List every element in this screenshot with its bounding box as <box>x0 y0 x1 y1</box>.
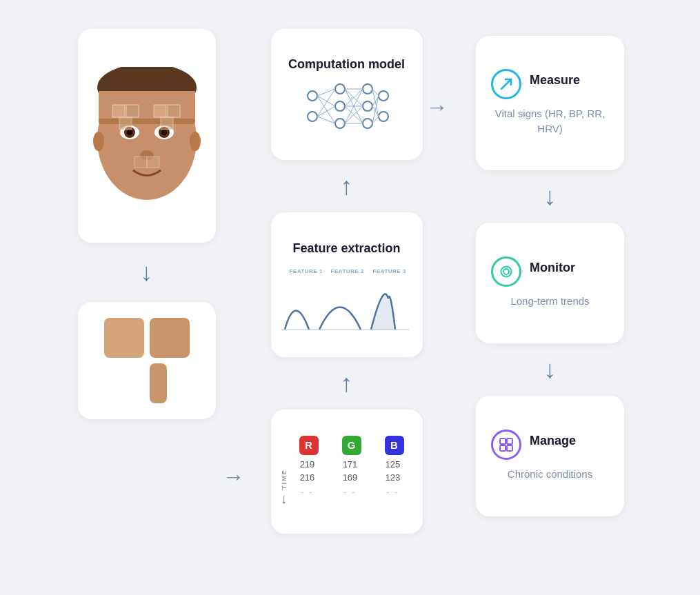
svg-point-27 <box>363 101 372 111</box>
svg-point-29 <box>379 91 388 101</box>
g-header: G <box>336 436 368 455</box>
face-illustration <box>92 67 202 205</box>
svg-point-28 <box>363 119 372 128</box>
svg-rect-13 <box>112 105 125 117</box>
arrow-col-1: → <box>223 29 268 567</box>
monitor-title: Monitor <box>530 261 575 275</box>
feature-2-label: FEATURE 2 <box>331 268 364 274</box>
pixel-block-2 <box>150 318 190 358</box>
g-val-2: 169 <box>334 472 366 483</box>
time-arrow-down: ↓ <box>281 491 288 507</box>
right-column: Measure Vital signs (HR, BP, RR, HRV) ↓ … <box>471 29 630 516</box>
right-arrow-bottom-left: → <box>223 464 268 490</box>
time-label: TIME <box>281 455 288 490</box>
svg-point-24 <box>335 101 345 111</box>
feature-3-label: FEATURE 3 <box>373 268 406 274</box>
feature-extraction-card: Feature extraction FEATURE 1 FEATURE 2 F… <box>271 212 423 357</box>
svg-rect-56 <box>507 438 512 444</box>
monitor-card: Monitor Long-term trends <box>476 223 624 343</box>
svg-rect-20 <box>147 157 159 168</box>
svg-point-30 <box>379 112 388 121</box>
pixel-block-1 <box>104 318 144 358</box>
rgb-row-2: 216 169 123 <box>292 472 410 483</box>
measure-header-row: Measure <box>491 69 609 99</box>
svg-rect-58 <box>507 445 512 451</box>
manage-icon-svg <box>499 437 514 452</box>
svg-point-11 <box>93 132 104 151</box>
g-dots: - - <box>334 487 366 497</box>
g-badge: G <box>342 436 361 455</box>
computation-model-card: Computation model <box>271 29 423 160</box>
svg-line-31 <box>317 89 335 96</box>
svg-line-32 <box>317 96 335 106</box>
svg-point-6 <box>127 130 132 135</box>
b-val-1: 125 <box>377 459 409 470</box>
svg-rect-17 <box>119 117 132 130</box>
svg-point-21 <box>308 91 317 101</box>
manage-title: Manage <box>530 434 576 448</box>
measure-icon-svg <box>499 77 514 92</box>
measure-icon-circle <box>491 69 521 99</box>
pixel-blocks-grid <box>104 318 190 403</box>
svg-point-23 <box>335 84 345 94</box>
monitor-header-row: Monitor <box>491 256 609 287</box>
rgb-headers: R G B <box>293 436 410 455</box>
main-diagram: ↓ → Computation model <box>16 15 685 581</box>
svg-line-48 <box>372 96 379 123</box>
rgb-table-inner: TIME ↓ R G B <box>281 436 410 507</box>
manage-header-row: Manage <box>491 430 609 460</box>
feature-extraction-title: Feature extraction <box>292 241 400 256</box>
manage-card: Manage Chronic conditions <box>476 396 624 516</box>
svg-line-34 <box>317 89 335 117</box>
svg-line-36 <box>317 117 335 123</box>
monitor-icon-circle <box>491 256 521 287</box>
pixel-block-3 <box>150 363 167 403</box>
down-arrow-right-1: ↓ <box>544 184 557 209</box>
rgb-dots-row: - - - - - - <box>292 487 410 497</box>
svg-point-12 <box>190 132 201 151</box>
svg-point-22 <box>308 112 317 121</box>
svg-rect-18 <box>161 117 173 130</box>
down-arrow-right-2: ↓ <box>544 357 557 382</box>
rgb-data-table: R G B 219 171 125 <box>292 436 410 497</box>
svg-point-25 <box>335 119 345 128</box>
time-axis: TIME ↓ <box>281 455 288 507</box>
face-card <box>78 29 216 243</box>
feature-chart: FEATURE 1 FEATURE 2 FEATURE 3 <box>281 268 412 330</box>
r-val-1: 219 <box>292 459 323 470</box>
measure-card: Measure Vital signs (HR, BP, RR, HRV) <box>476 36 624 170</box>
b-dots: - - <box>377 487 409 497</box>
svg-line-33 <box>317 96 335 123</box>
r-badge: R <box>299 436 319 455</box>
face-svg <box>92 67 202 205</box>
b-val-2: 123 <box>377 472 409 483</box>
b-badge: B <box>385 436 404 455</box>
manage-icon-circle <box>491 430 521 460</box>
svg-rect-14 <box>126 105 139 117</box>
pixel-block-card <box>78 302 216 419</box>
measure-subtitle: Vital signs (HR, BP, RR, HRV) <box>491 106 609 137</box>
computation-model-title: Computation model <box>288 57 405 72</box>
mid-column: Computation model <box>268 29 426 534</box>
up-arrow-mid-bottom: ↑ <box>341 371 353 396</box>
g-val-1: 171 <box>334 459 366 470</box>
svg-rect-16 <box>168 105 180 117</box>
svg-rect-57 <box>500 445 506 451</box>
b-header: B <box>379 436 410 455</box>
svg-rect-3 <box>99 119 195 124</box>
svg-rect-15 <box>154 105 166 117</box>
svg-line-35 <box>317 106 335 117</box>
rgb-table-card: TIME ↓ R G B <box>271 410 423 534</box>
r-val-2: 216 <box>292 472 323 483</box>
svg-point-9 <box>161 130 167 135</box>
svg-point-26 <box>363 84 372 94</box>
svg-line-49 <box>372 89 379 117</box>
right-arrow-top-right: → <box>426 94 471 120</box>
monitor-subtitle: Long-term trends <box>510 294 589 310</box>
down-arrow-left: ↓ <box>141 260 153 285</box>
svg-rect-19 <box>134 157 147 168</box>
arrow-col-2: → <box>426 29 471 567</box>
r-dots: - - <box>292 487 323 497</box>
svg-point-53 <box>503 269 509 274</box>
svg-point-54 <box>501 266 512 276</box>
